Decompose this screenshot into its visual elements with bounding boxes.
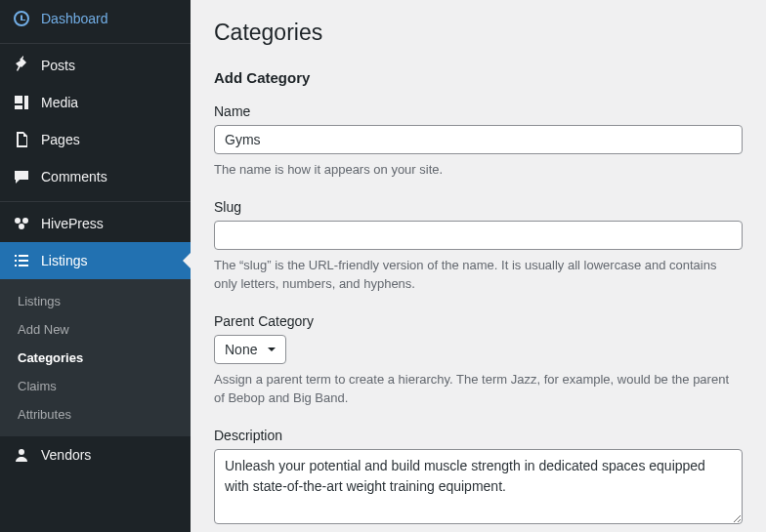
sidebar-item-label: Media xyxy=(41,95,78,110)
parent-label: Parent Category xyxy=(214,313,743,329)
dashboard-icon xyxy=(12,9,31,28)
field-description: Description Unleash your potential and b… xyxy=(214,428,743,527)
field-slug: Slug The “slug” is the URL-friendly vers… xyxy=(214,199,743,294)
sidebar-item-label: Dashboard xyxy=(41,11,108,26)
sidebar-item-label: Listings xyxy=(41,253,87,268)
vendors-icon xyxy=(12,445,31,465)
media-icon xyxy=(12,93,31,112)
listings-submenu: Listings Add New Categories Claims Attri… xyxy=(0,279,191,436)
svg-point-0 xyxy=(19,449,24,455)
sidebar-item-listings[interactable]: Listings xyxy=(0,242,191,279)
name-help: The name is how it appears on your site. xyxy=(214,160,743,180)
pages-icon xyxy=(12,130,31,149)
submenu-item-attributes[interactable]: Attributes xyxy=(0,400,191,429)
hivepress-icon xyxy=(12,214,31,233)
parent-help: Assign a parent term to create a hierarc… xyxy=(214,370,743,408)
submenu-item-categories[interactable]: Categories xyxy=(0,344,191,372)
sidebar-item-label: Posts xyxy=(41,58,75,73)
field-parent: Parent Category None Assign a parent ter… xyxy=(214,313,743,408)
submenu-item-claims[interactable]: Claims xyxy=(0,372,191,400)
submenu-item-listings[interactable]: Listings xyxy=(0,287,191,315)
field-name: Name The name is how it appears on your … xyxy=(214,103,743,180)
form-title: Add Category xyxy=(214,69,743,86)
name-label: Name xyxy=(214,103,743,119)
listings-icon xyxy=(12,251,31,270)
sidebar-item-comments[interactable]: Comments xyxy=(0,158,191,195)
name-input[interactable] xyxy=(214,125,743,154)
main-content: Categories Add Category Name The name is… xyxy=(191,0,766,532)
sidebar-item-label: Pages xyxy=(41,132,80,147)
sidebar-item-dashboard[interactable]: Dashboard xyxy=(0,0,191,37)
submenu-item-addnew[interactable]: Add New xyxy=(0,315,191,344)
pin-icon xyxy=(12,56,31,75)
sidebar-item-label: HivePress xyxy=(41,216,104,231)
slug-help: The “slug” is the URL-friendly version o… xyxy=(214,256,743,294)
sidebar-item-label: Vendors xyxy=(41,447,91,463)
description-input[interactable]: Unleash your potential and build muscle … xyxy=(214,449,743,524)
parent-select[interactable]: None xyxy=(214,335,286,364)
description-label: Description xyxy=(214,428,743,443)
sidebar-item-vendors[interactable]: Vendors xyxy=(0,436,191,473)
comment-icon xyxy=(12,167,31,186)
slug-label: Slug xyxy=(214,199,743,215)
slug-input[interactable] xyxy=(214,221,743,250)
page-title: Categories xyxy=(214,20,743,46)
sidebar-item-hivepress[interactable]: HivePress xyxy=(0,201,191,242)
admin-sidebar: Dashboard Posts Media Pages Comments Hiv… xyxy=(0,0,191,532)
sidebar-item-label: Comments xyxy=(41,169,107,184)
sidebar-item-media[interactable]: Media xyxy=(0,84,191,121)
sidebar-item-pages[interactable]: Pages xyxy=(0,121,191,158)
sidebar-item-posts[interactable]: Posts xyxy=(0,43,191,84)
